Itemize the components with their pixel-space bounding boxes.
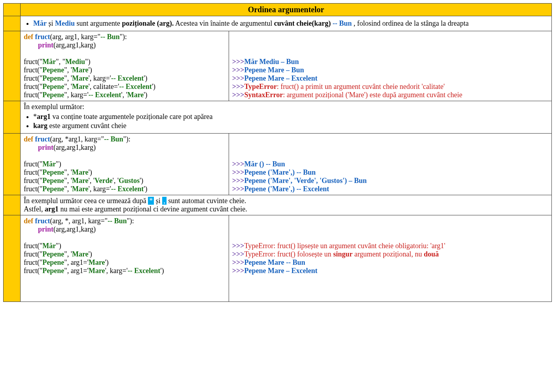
note-2: În exemplul următor ceea ce urmează după… <box>21 195 552 215</box>
row-sidebar <box>4 31 21 101</box>
code-block-3: def fruct(arg, *, arg1, karg="-- Bun"): … <box>21 215 229 302</box>
row-sidebar <box>4 101 21 134</box>
note1-bullet-1: *arg1 va conține toate argumentele poziț… <box>33 113 548 121</box>
row-sidebar <box>4 195 21 215</box>
word-mediu: Mediu <box>55 19 75 27</box>
word-mar: Măr <box>33 19 47 27</box>
output-block-1: >>>Măr Mediu – Bun >>>Pepene Mare – Bun … <box>229 31 551 101</box>
code-block-1: def fruct(arg, arg1, karg="-- Bun"): pri… <box>21 31 229 101</box>
code-block-2: def fruct(arg, *arg1, karg="-- Bun"): pr… <box>21 134 229 195</box>
comma-highlight: , <box>162 197 167 205</box>
output-block-2: >>>Măr () -- Bun >>>Pepene ('Mare',) -- … <box>229 134 551 195</box>
output-block-3: >>>TypeError: fruct() lipsește un argume… <box>229 215 551 302</box>
header-corner <box>4 4 21 16</box>
row-sidebar <box>4 16 21 31</box>
note-1: În exemplul următor: *arg1 va conține to… <box>21 101 552 134</box>
note1-bullet-2: karg este argument cuvânt cheie <box>33 122 548 130</box>
row-sidebar <box>4 134 21 195</box>
table-title: Ordinea argumentelor <box>21 4 552 16</box>
argument-order-table: Ordinea argumentelor Măr și Mediu sunt a… <box>3 3 552 302</box>
row-sidebar <box>4 215 21 302</box>
intro-cell: Măr și Mediu sunt argumente poziționale … <box>21 16 552 31</box>
intro-bullet: Măr și Mediu sunt argumente poziționale … <box>33 19 548 28</box>
star-highlight: * <box>148 197 154 205</box>
